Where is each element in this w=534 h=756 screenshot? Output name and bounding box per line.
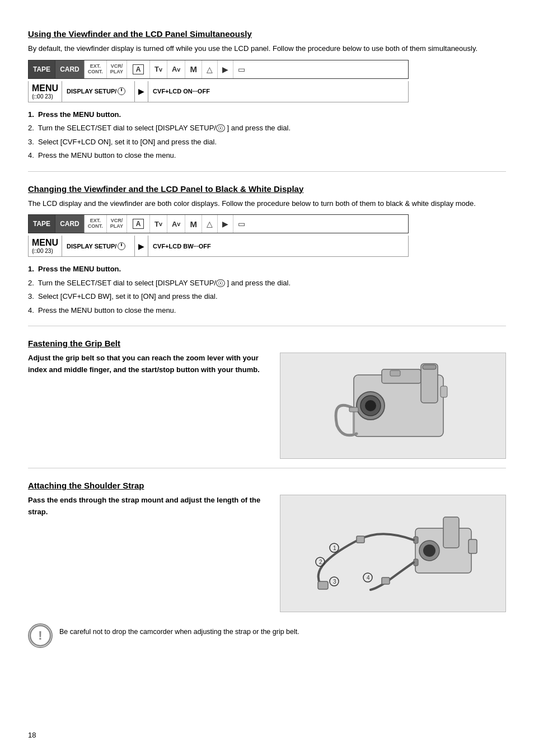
warning-box: ! Be careful not to drop the camcorder w… (28, 623, 506, 648)
mode-portrait-1: ▶ (218, 60, 233, 78)
menu-row-2: MENU (□00 23) DISPLAY SETUP/ ▶ CVF+LCD B… (28, 236, 409, 257)
grip-belt-text: Adjust the grip belt so that you can rea… (28, 353, 269, 376)
mode-scene-1: △ (202, 60, 218, 78)
svg-text:4: 4 (367, 575, 370, 581)
step-1-4: 4. Press the MENU button to close the me… (28, 150, 506, 161)
mode-portrait-2: ▶ (218, 215, 233, 233)
menu-arrow-1: ▶ (135, 81, 148, 102)
section2-desc: The LCD display and the viewfinder are b… (28, 198, 506, 209)
section2-title: Changing the Viewfinder and the LCD Pane… (28, 184, 506, 194)
mode-bar-2: TAPE CARD EXT.CONT. VCR/PLAY A Tv Av M △… (28, 214, 409, 233)
mode-rect-1: ▭ (233, 60, 250, 78)
dial-icon-1 (118, 87, 125, 95)
step-1-1: 1. Press the MENU button. (28, 109, 506, 120)
grip-belt-desc: Adjust the grip belt so that you can rea… (28, 353, 269, 376)
step-1-2: 2. Turn the SELECT/SET dial to select [D… (28, 123, 506, 134)
shoulder-strap-text: Pass the ends through the strap mount an… (28, 495, 269, 518)
section1-desc: By default, the viewfinder display is tu… (28, 43, 506, 54)
menu-display-setup-2: DISPLAY SETUP/ (62, 236, 135, 256)
menu-word-2: MENU (32, 238, 58, 248)
section-divider-1 (28, 171, 506, 172)
menu-row-1: MENU (□00 23) DISPLAY SETUP/ ▶ CVF+LCD O… (28, 81, 409, 102)
mode-bar-1: TAPE CARD EXT.CONT. VCR/PLAY A Tv Av M △… (28, 60, 409, 79)
mode-a-2: A (127, 215, 150, 233)
step-2-2: 2. Turn the SELECT/SET dial to select [D… (28, 278, 506, 289)
svg-rect-8 (441, 386, 447, 397)
svg-rect-6 (349, 407, 358, 412)
menu-label-1: MENU (□00 23) (29, 81, 62, 102)
warning-icon: ! (28, 623, 53, 648)
mode-ext-1: EXT.CONT. (85, 60, 107, 78)
menu-label-2: MENU (□00 23) (29, 236, 62, 256)
menu-cvf-on: CVF+LCD ON···OFF (148, 81, 214, 102)
svg-rect-17 (382, 577, 390, 584)
section1-title: Using the Viewfinder and the LCD Panel S… (28, 29, 506, 39)
section-divider-2 (28, 326, 506, 326)
mode-tape-1: TAPE (29, 60, 55, 78)
menu-sub-1: (□00 23) (32, 93, 53, 100)
menu-cvf-bw: CVF+LCD BW···OFF (148, 236, 216, 256)
shoulder-strap-image: 1 2 3 4 (280, 495, 506, 612)
warning-text: Be careful not to drop the camcorder whe… (59, 623, 299, 637)
step-1-3: 3. Select [CVF+LCD ON], set it to [ON] a… (28, 137, 506, 148)
svg-text:1: 1 (333, 545, 336, 551)
a-box-icon-1: A (133, 64, 144, 74)
menu-arrow-2: ▶ (135, 236, 148, 256)
grip-belt-svg (309, 353, 477, 459)
svg-rect-9 (423, 365, 436, 369)
svg-rect-26 (318, 581, 328, 589)
mode-av-2: Av (167, 215, 185, 233)
mode-tape-2: TAPE (29, 215, 55, 233)
steps-list-2: 1. Press the MENU button. 2. Turn the SE… (28, 264, 506, 316)
section4-title: Attaching the Shoulder Strap (28, 481, 506, 490)
mode-m-2: M (185, 215, 202, 233)
mode-card-1: CARD (55, 60, 85, 78)
svg-rect-27 (469, 539, 477, 553)
step-2-3: 3. Select [CVF+LCD BW], set it to [ON] a… (28, 291, 506, 302)
menu-word-1: MENU (32, 83, 58, 93)
mode-ext-2: EXT.CONT. (85, 215, 107, 233)
svg-rect-13 (443, 517, 459, 548)
mode-card-2: CARD (55, 215, 85, 233)
mode-tv-2: Tv (150, 215, 167, 233)
menu-sub-2: (□00 23) (32, 248, 53, 254)
section-divider-3 (28, 468, 506, 468)
svg-text:3: 3 (333, 579, 336, 585)
mode-vcr-1: VCR/PLAY (107, 60, 127, 78)
svg-point-12 (423, 544, 435, 557)
page-number: 18 (28, 731, 36, 739)
step-2-1: 1. Press the MENU button. (28, 264, 506, 275)
shoulder-strap-svg: 1 2 3 4 (303, 495, 483, 612)
mode-av-1: Av (167, 60, 185, 78)
mode-scene-2: △ (202, 215, 218, 233)
dial-icon-2 (118, 242, 125, 250)
mode-rect-2: ▭ (233, 215, 250, 233)
grip-belt-image (280, 353, 506, 459)
mode-a-1: A (127, 60, 150, 78)
grip-belt-section: Adjust the grip belt so that you can rea… (28, 353, 506, 459)
svg-text:2: 2 (319, 559, 322, 565)
step-2-4: 4. Press the MENU button to close the me… (28, 305, 506, 316)
mode-tv-1: Tv (150, 60, 167, 78)
mode-m-1: M (185, 60, 202, 78)
mode-vcr-2: VCR/PLAY (107, 215, 127, 233)
shoulder-strap-desc: Pass the ends through the strap mount an… (28, 495, 269, 518)
steps-list-1: 1. Press the MENU button. 2. Turn the SE… (28, 109, 506, 161)
svg-text:!: ! (38, 628, 42, 642)
svg-rect-7 (390, 370, 400, 376)
svg-rect-16 (357, 536, 364, 543)
a-box-icon-2: A (133, 219, 144, 229)
section3-title: Fastening the Grip Belt (28, 339, 506, 348)
menu-display-setup-1: DISPLAY SETUP/ (62, 81, 135, 102)
svg-point-3 (365, 400, 376, 411)
svg-rect-4 (382, 369, 421, 383)
shoulder-strap-section: Pass the ends through the strap mount an… (28, 495, 506, 612)
warning-svg: ! (29, 624, 51, 647)
